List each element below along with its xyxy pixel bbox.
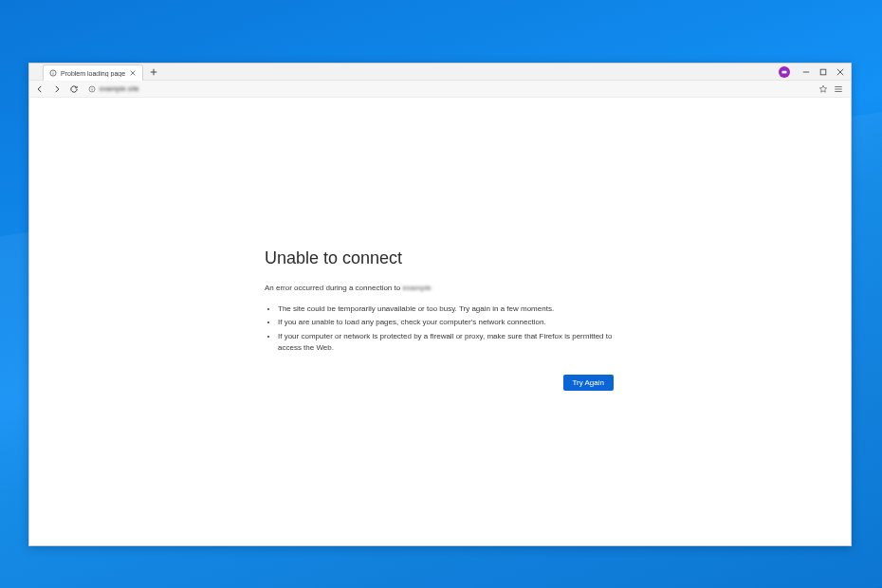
toolbar: example.site (29, 81, 851, 98)
page-content: Unable to connect An error occurred duri… (29, 98, 851, 545)
address-bar[interactable]: example.site (84, 83, 813, 95)
svg-point-9 (784, 70, 787, 73)
menu-button[interactable] (832, 83, 845, 96)
address-text: example.site (100, 85, 139, 92)
maximize-button[interactable] (815, 64, 832, 80)
window-controls (779, 64, 851, 80)
error-subtitle-prefix: An error occurred during a connection to (265, 284, 402, 292)
svg-point-16 (92, 87, 93, 88)
error-host: example (402, 284, 431, 292)
error-page: Unable to connect An error occurred duri… (265, 248, 614, 391)
reload-button[interactable] (67, 83, 81, 96)
error-list-item: The site could be temporarily unavailabl… (278, 303, 614, 315)
browser-window: Problem loading page (28, 63, 852, 546)
tab-title: Problem loading page (61, 70, 125, 77)
try-again-wrap: Try Again (265, 372, 614, 391)
titlebar: Problem loading page (29, 64, 851, 81)
error-list-item: If your computer or network is protected… (278, 331, 614, 355)
error-list: The site could be temporarily unavailabl… (278, 303, 614, 355)
info-icon (49, 69, 57, 77)
error-subtitle: An error occurred during a connection to… (265, 284, 614, 292)
forward-button[interactable] (50, 83, 64, 96)
bookmark-star-icon[interactable] (817, 83, 830, 96)
profile-badge-icon[interactable] (779, 66, 790, 78)
svg-rect-11 (820, 69, 826, 75)
error-title: Unable to connect (265, 248, 614, 268)
back-button[interactable] (33, 83, 46, 96)
try-again-button[interactable]: Try Again (563, 375, 615, 391)
site-info-icon[interactable] (88, 85, 96, 93)
error-list-item: If you are unable to load any pages, che… (278, 317, 614, 328)
svg-point-2 (53, 71, 54, 72)
close-tab-icon[interactable] (129, 69, 137, 77)
new-tab-button[interactable] (147, 64, 160, 80)
minimize-button[interactable] (798, 64, 815, 80)
close-window-button[interactable] (832, 64, 849, 80)
browser-tab[interactable]: Problem loading page (43, 64, 143, 81)
